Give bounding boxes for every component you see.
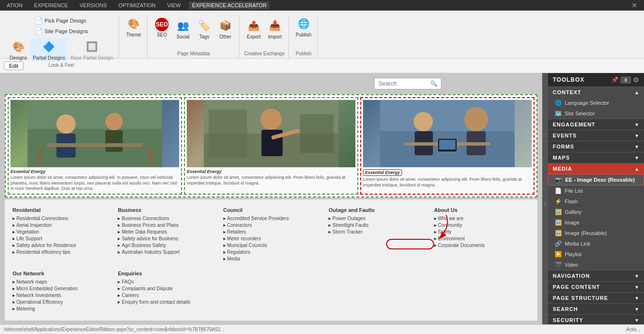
footer-item[interactable]: Streetlight Faults [328, 223, 424, 228]
footer-item[interactable]: Power Outages [328, 216, 424, 221]
toolbox-item-image[interactable]: 🖼️ Image [548, 217, 644, 228]
nav-item-optimization[interactable]: OPTIMIZATION [116, 1, 158, 9]
seo-btn[interactable]: SEO SEO [152, 17, 171, 38]
image-text-2: Lorem ipsum dolor sit amet, consectetur … [187, 175, 355, 186]
footer-item[interactable]: Accredited Service Providers [223, 216, 319, 221]
nav-item-view[interactable]: VIEW [164, 1, 183, 9]
tags-btn[interactable]: 🏷️ Tags [194, 17, 214, 40]
section-header-media[interactable]: MEDIA ▲ [548, 163, 644, 174]
image-card-3[interactable]: Essential Energy Lorem ipsum dolor sit a… [360, 97, 535, 195]
social-btn[interactable]: 👥 Social [173, 17, 193, 40]
base-partial-design-btn[interactable]: 🔲 Base Partial Design [69, 38, 115, 62]
close-icon[interactable]: ✕ [629, 0, 640, 10]
footer-item[interactable]: Complaints and Dispute [118, 286, 213, 291]
toolbox-item-video[interactable]: 🎬 Video [548, 260, 644, 270]
section-header-navigation[interactable]: NAVIGATION ▼ [548, 270, 644, 281]
section-header-engagement[interactable]: ENGAGEMENT ▼ [548, 119, 644, 130]
toolbox-item-gallery[interactable]: 🖼️ Gallery [548, 207, 644, 217]
section-header-page-structure[interactable]: PAGE STRUCTURE ▼ [548, 292, 644, 303]
section-chevron-maps: ▼ [634, 155, 639, 161]
toolbox-item-file-list[interactable]: 📄 File List [548, 186, 644, 196]
section-header-maps[interactable]: MAPS ▼ [548, 152, 644, 163]
toolbox-item-media-link[interactable]: 🔗 Media Link [548, 238, 644, 249]
nav-item-ation[interactable]: ATION [4, 1, 25, 9]
pick-page-design-btn[interactable]: 📄 Pick Page Design [33, 16, 90, 25]
footer-item[interactable]: Aerial Inspection [12, 223, 108, 228]
footer-item[interactable]: Safety advice for Residence [12, 243, 108, 248]
toolbox-gear-btn[interactable]: ⚙ [633, 76, 639, 84]
footer-list-outage: Power Outages Streetlight Faults Storm T… [328, 216, 424, 235]
footer-item[interactable]: Operational Efficiency [12, 299, 108, 305]
ee-image-desc-label: EE - Image Desc (Reusable) [565, 177, 635, 183]
footer-row-2: Our Network Network maps Micro Embedded … [12, 271, 530, 313]
ribbon-group-lookfeel: 📄 Pick Page Design 📄 Site Page Designs 🎨… [4, 15, 119, 58]
svg-rect-6 [47, 143, 143, 147]
image-card-2[interactable]: Essential Energy Lorem ipsum dolor sit a… [184, 97, 358, 195]
toolbox-item-flash[interactable]: ⚡ Flash [548, 196, 644, 207]
section-header-events[interactable]: EVENTS ▼ [548, 130, 644, 141]
designs-btn[interactable]: 🎨 Designs [8, 38, 29, 62]
footer-item[interactable]: Business Prices and Plans [118, 223, 213, 228]
footer-item[interactable]: Meter recorders [223, 236, 319, 241]
footer-item[interactable]: Careers [118, 293, 213, 298]
footer-item[interactable]: Micro Embedded Generation [12, 286, 108, 291]
nav-item-experience-accelerator[interactable]: EXPERIENCE ACCELERATOR [189, 1, 269, 9]
footer-item[interactable]: Environment [434, 236, 530, 241]
footer-item[interactable]: Retailers [223, 229, 319, 235]
footer-item[interactable]: Australian Industry Support [118, 249, 213, 255]
toolbox-item-language-selector[interactable]: 🌐 Language Selector [548, 98, 644, 108]
section-chevron-forms: ▼ [634, 144, 639, 149]
footer-item[interactable]: Community [434, 223, 530, 228]
footer-item[interactable]: Metering [12, 306, 108, 311]
footer-item[interactable]: Who we are [434, 216, 530, 221]
toolbox-toggle-btn[interactable]: ⏸ [620, 76, 631, 84]
section-header-context[interactable]: CONTEXT ▲ [548, 87, 644, 98]
toolbox-item-image-reusable[interactable]: 🖼️ Image (Reusable) [548, 228, 644, 238]
export-btn[interactable]: 📤 Export [244, 17, 263, 40]
section-header-forms[interactable]: FORMS ▼ [548, 141, 644, 152]
creative-exchange-label: Creative Exchange [244, 51, 285, 56]
other-btn[interactable]: 📦 Other [216, 17, 235, 40]
section-header-security[interactable]: SECURITY ▼ [548, 314, 644, 325]
footer-item[interactable]: Residential efficiency tips [12, 249, 108, 255]
section-header-page-content[interactable]: PAGE CONTENT ▼ [548, 281, 644, 292]
footer-item[interactable]: Vegetation [12, 229, 108, 235]
toolbox-item-site-selector[interactable]: 🗺️ Site Selector [548, 108, 644, 119]
footer-item[interactable]: Safety advice for Business [118, 236, 213, 241]
footer-item[interactable]: Municipal Councils [223, 243, 319, 248]
publish-btn[interactable]: 🌐 Publish [294, 15, 314, 38]
footer-item[interactable]: Contractors [223, 223, 319, 228]
footer-item[interactable]: Network maps [12, 279, 108, 285]
site-page-designs-btn[interactable]: 📄 Site Page Designs [33, 26, 90, 36]
footer-item[interactable]: Agri Business Safety [118, 243, 213, 248]
footer-item[interactable]: Media [223, 256, 319, 261]
footer-item[interactable]: Meter Data Requests [118, 229, 213, 235]
footer-item[interactable]: Life Support [12, 236, 108, 241]
footer-item[interactable]: Corporate Documents [434, 243, 530, 248]
footer-item[interactable]: Business Connections [118, 216, 213, 221]
footer-col-empty-2 [328, 271, 424, 313]
import-btn[interactable]: 📥 Import [265, 17, 284, 40]
footer-item[interactable]: Storm Tracker [328, 229, 424, 235]
seo-label: SEO [157, 32, 167, 37]
svg-rect-5 [106, 130, 123, 152]
footer-item[interactable]: Enquiry form and contact details [118, 299, 213, 305]
footer-item[interactable]: Residential Connections [12, 216, 108, 221]
partial-designs-btn[interactable]: 🔷 Partial Designs [31, 38, 67, 62]
footer-item[interactable]: FAQs [118, 279, 213, 285]
edit-button[interactable]: Edit [4, 62, 24, 70]
theme-btn[interactable]: 🎨 Theme [124, 15, 143, 38]
nav-item-experience[interactable]: EXPERIENCE [31, 1, 71, 9]
status-url: /sitecore/shell/Applications/ExperienceE… [4, 327, 224, 332]
footer-item[interactable]: Regulators [223, 249, 319, 255]
nav-item-versions[interactable]: VERSIONS [77, 1, 110, 9]
section-header-search[interactable]: SEARCH ▼ [548, 303, 644, 314]
collapse-handle[interactable]: › [542, 73, 548, 334]
toolbox-item-playlist[interactable]: ▶️ Playlist [548, 249, 644, 260]
toolbox-item-ee-image-desc[interactable]: 📷 EE - Image Desc (Reusable) [548, 174, 644, 186]
image-card-1[interactable]: Essential Energy Lorem ipsum dolor sit a… [8, 97, 182, 195]
other-icon: 📦 [218, 18, 233, 33]
footer-item[interactable]: Safety [434, 229, 530, 235]
footer-item[interactable]: Network Investments [12, 293, 108, 298]
search-icon: 🔍 [430, 80, 437, 87]
